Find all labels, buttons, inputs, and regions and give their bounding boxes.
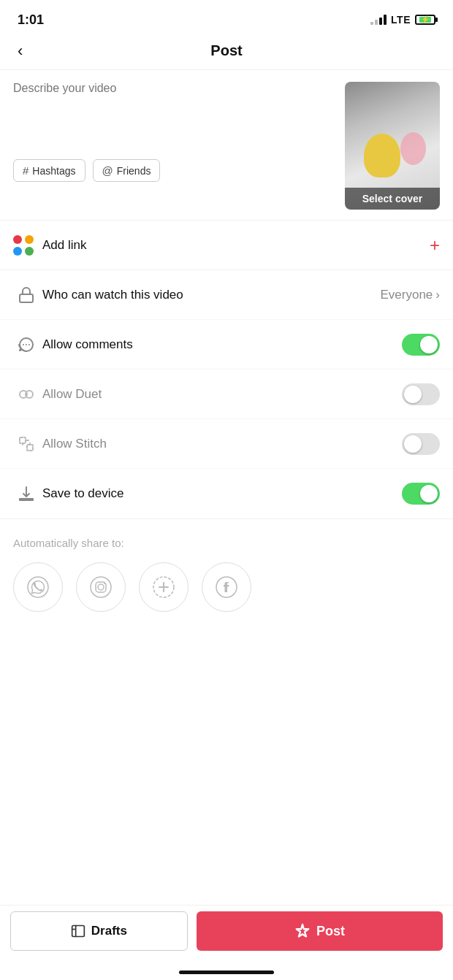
- post-label: Post: [316, 924, 345, 939]
- privacy-label: Who can watch this video: [42, 288, 381, 302]
- download-icon: [13, 485, 39, 502]
- save-to-device-toggle-wrap: [402, 483, 440, 505]
- add-link-label: Add link: [42, 238, 430, 253]
- svg-rect-4: [20, 437, 26, 443]
- at-icon: @: [102, 164, 113, 177]
- privacy-value: Everyone: [381, 288, 433, 302]
- lte-icon: LTE: [391, 14, 411, 26]
- drafts-button[interactable]: Drafts: [10, 911, 188, 951]
- friends-label: Friends: [117, 165, 151, 177]
- save-to-device-label: Save to device: [42, 486, 402, 501]
- svg-point-6: [28, 577, 48, 597]
- page-title: Post: [210, 42, 242, 59]
- allow-duet-label: Allow Duet: [42, 387, 402, 402]
- stitch-icon: [13, 435, 39, 453]
- post-button[interactable]: Post: [197, 911, 443, 951]
- description-left: # Hashtags @ Friends: [13, 82, 335, 210]
- allow-stitch-toggle-wrap: [402, 433, 440, 455]
- auto-share-label: Automatically share to:: [13, 537, 440, 549]
- toggle-thumb-stitch: [404, 435, 422, 453]
- back-button[interactable]: ‹: [15, 39, 26, 64]
- privacy-row[interactable]: Who can watch this video Everyone ›: [0, 270, 453, 320]
- cover-label: Select cover: [345, 188, 440, 210]
- link-dots-icon: [13, 235, 34, 256]
- allow-stitch-row[interactable]: Allow Stitch: [0, 419, 453, 469]
- bottom-bar: Drafts Post: [0, 905, 453, 957]
- header: ‹ Post: [0, 35, 453, 70]
- allow-duet-row[interactable]: Allow Duet: [0, 370, 453, 419]
- svg-point-10: [104, 583, 105, 584]
- toggle-thumb: [420, 336, 438, 353]
- dot-red: [13, 235, 22, 244]
- signal-icon: [370, 15, 387, 25]
- chevron-right-icon: ›: [435, 288, 440, 302]
- toggle-thumb-duet: [404, 386, 422, 403]
- instagram-share-button[interactable]: [76, 562, 126, 612]
- add-link-row[interactable]: Add link +: [0, 221, 453, 270]
- hashtag-icon: #: [23, 164, 28, 177]
- friends-button[interactable]: @ Friends: [93, 159, 161, 182]
- dot-blue: [13, 247, 22, 256]
- add-share-button[interactable]: [139, 562, 189, 612]
- share-icons-row: [13, 562, 440, 612]
- svg-point-9: [98, 584, 104, 590]
- settings-section: Who can watch this video Everyone › Allo…: [0, 270, 453, 519]
- svg-rect-15: [72, 926, 85, 937]
- allow-stitch-toggle[interactable]: [402, 433, 440, 455]
- svg-point-7: [91, 577, 111, 597]
- allow-comments-toggle-wrap: [402, 334, 440, 356]
- auto-share-section: Automatically share to:: [0, 519, 453, 624]
- status-time: 1:01: [18, 12, 44, 28]
- add-link-button[interactable]: +: [430, 237, 440, 254]
- save-to-device-toggle[interactable]: [402, 483, 440, 505]
- svg-rect-5: [27, 445, 33, 451]
- facebook-share-button[interactable]: [202, 562, 251, 612]
- cover-container[interactable]: Select cover: [345, 82, 440, 210]
- whatsapp-share-button[interactable]: [13, 562, 63, 612]
- post-sparkle-icon: [294, 923, 311, 939]
- privacy-value-row: Everyone ›: [381, 288, 441, 302]
- drafts-icon: [71, 924, 85, 938]
- svg-rect-0: [20, 294, 33, 302]
- allow-duet-toggle-wrap: [402, 383, 440, 405]
- dot-yellow: [25, 235, 34, 244]
- hashtags-button[interactable]: # Hashtags: [13, 159, 85, 182]
- toggle-thumb-save: [420, 485, 438, 502]
- allow-stitch-label: Allow Stitch: [42, 437, 402, 451]
- status-icons: LTE ⚡: [370, 14, 435, 26]
- lock-icon: [13, 286, 39, 304]
- battery-icon: ⚡: [415, 15, 435, 25]
- duet-icon: [13, 386, 39, 403]
- description-tags: # Hashtags @ Friends: [13, 159, 335, 182]
- drafts-label: Drafts: [91, 924, 127, 938]
- dot-green: [25, 247, 34, 256]
- allow-comments-toggle[interactable]: [402, 334, 440, 356]
- allow-comments-label: Allow comments: [42, 337, 402, 352]
- save-to-device-row[interactable]: Save to device: [0, 469, 453, 518]
- home-indicator: [179, 971, 274, 974]
- status-bar: 1:01 LTE ⚡: [0, 0, 453, 35]
- comment-icon: [13, 336, 39, 353]
- hashtags-label: Hashtags: [32, 165, 75, 177]
- allow-comments-row[interactable]: Allow comments: [0, 320, 453, 370]
- description-input[interactable]: [13, 82, 335, 148]
- description-section: # Hashtags @ Friends Select cover: [0, 70, 453, 221]
- allow-duet-toggle[interactable]: [402, 383, 440, 405]
